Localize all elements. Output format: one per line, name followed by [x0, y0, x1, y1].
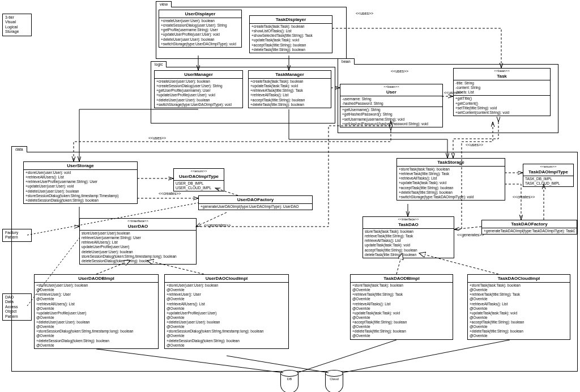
note-3tier: 3-tierVisual LogicalStorage: [2, 14, 32, 36]
class-user: <<bean>> User -username: String-hashedPa…: [340, 84, 443, 127]
class-userdaocloudimpl: UserDAOCloudImpl +storeUser(user:User): …: [164, 274, 289, 349]
class-taskdao: <<interface>> TaskDAO storeTask(task:Tas…: [362, 216, 454, 258]
class-taskdao-impltype: <<enum>> TaskDAOImplType TASK_DB_IMPLTAS…: [523, 164, 574, 187]
class-task-manager: TaskManager +createTask(task:Task): bool…: [248, 70, 331, 108]
class-userdao-factory: UserDAOFactory +generateUserDAOImpl(type…: [198, 195, 313, 210]
svg-text:<<uses>>: <<uses>>: [466, 143, 483, 147]
class-taskdao-factory: TaskDAOFactory +generateTaskDAOImpl(type…: [481, 220, 577, 235]
db-cylinder: DB: [280, 370, 297, 388]
class-task-displayer: TaskDisplayer +createTask(task:Task): bo…: [249, 15, 332, 53]
class-task-storage: TaskStorage +storeTask(task:Task): boole…: [396, 158, 505, 201]
class-taskdaodbimpl: TaskDAODBImpl +storeTask(task:Task): boo…: [350, 274, 453, 340]
svg-text:<<uses>>: <<uses>>: [356, 11, 373, 15]
class-userdaodbimpl: UserDAODBImpl +storeUser(user:User): boo…: [34, 274, 159, 349]
class-user-manager: UserManager +createUser(user:User): bool…: [154, 70, 243, 108]
class-user-displayer: UserDisplayer +createUser(user:User): bo…: [159, 10, 242, 48]
class-task: <<bean>> Task -title: String-content: St…: [453, 68, 551, 116]
class-user-storage: UserStorage +storeUser(user:User): void+…: [23, 161, 138, 204]
class-userdao: <<interface>> UserDAO storeUser(user:Use…: [79, 218, 197, 265]
cloud-cylinder: Cloud: [325, 370, 342, 388]
svg-text:<<uses>>: <<uses>>: [148, 136, 166, 140]
class-userdao-impltype: <<enum>> UserDAOImplType USER_DB_IMPLUSE…: [173, 168, 224, 191]
class-taskdaocloudimpl: TaskDAOCloudImpl +storeTask(task:Task): …: [467, 274, 570, 340]
